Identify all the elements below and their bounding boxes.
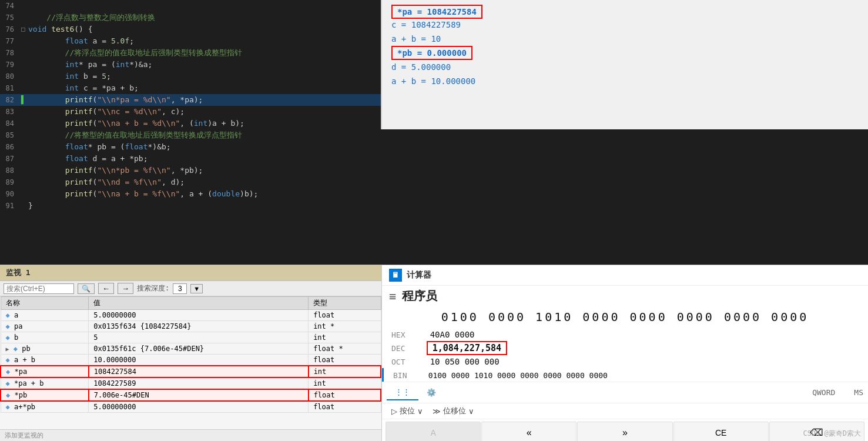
back-btn[interactable]: ← <box>98 283 114 294</box>
watch-title: 监视 1 <box>0 265 381 281</box>
bin-row: BIN 0100 0000 1010 0000 0000 0000 0000 0… <box>382 368 868 382</box>
hex-row: HEX 40A0 0000 <box>382 328 868 341</box>
watch-toolbar: 🔍 ← → 搜索深度: ▼ <box>0 281 381 296</box>
calc-mode-header: ≡ 程序员 <box>382 286 868 306</box>
code-line-77: 77 float a = 5.0f; <box>0 35 382 47</box>
code-line-82: 82 ▌ printf("\\n*pa = %d\\n", *pa); <box>0 94 382 106</box>
calc-op-row: ▷ 按位 ∨ ≫ 位移位 ∨ <box>382 403 868 419</box>
bitwise-btn[interactable]: ▷ 按位 ∨ <box>391 406 423 416</box>
calc-mode-buttons: ⋮⋮ ⚙️ QWORD MS <box>382 382 868 403</box>
output-line-3: a + b = 10 <box>391 32 859 46</box>
dec-row: DEC 1,084,227,584 <box>382 341 868 355</box>
ms-label: MS <box>854 388 863 397</box>
output-panel: *pa = 1084227584 c = 1084227589 a + b = … <box>381 0 868 129</box>
code-line-76: 76 □ void test6() { <box>0 24 382 35</box>
col-value: 值 <box>89 297 309 310</box>
code-editor: 74 75 //浮点数与整数之间的强制转换 76 □ void test6() … <box>0 0 382 265</box>
code-line-83: 83 printf("\\nc = %d\\n", c); <box>0 106 382 118</box>
code-line-88: 88 printf("\\n*pb = %f\\n", *pb); <box>0 165 382 176</box>
chevron-down-icon: ∨ <box>417 407 423 416</box>
code-line-89: 89 printf("\\nd = %f\\n", d); <box>0 176 382 188</box>
csdn-watermark: CSDN @蒙奇D索大 <box>803 429 861 439</box>
depth-input[interactable] <box>173 283 187 294</box>
bitwise-mode-btn[interactable]: ⋮⋮ <box>387 385 418 400</box>
output-line-2: c = 1084227589 <box>391 18 859 32</box>
watch-row-star-pa: ◆ *pa 1084227584 int <box>1 366 381 377</box>
watch-table: 名称 值 类型 ◆ a 5.00000000 float ◆ pa <box>0 296 381 429</box>
watch-row-pb: ▶ ◆ pb 0x0135f61c {7.006e-45#DEN} float … <box>1 343 381 355</box>
watch-row-pa: ◆ pa 0x0135f634 {1084227584} int * <box>1 321 381 332</box>
bin-label: BIN <box>393 371 417 380</box>
byte-mode-btn[interactable]: ⚙️ <box>418 385 444 400</box>
shift-icon: ≫ <box>433 407 441 416</box>
watch-row-b: ◆ b 5 int <box>1 332 381 343</box>
watch-add-label: 添加更监视的 <box>0 429 381 441</box>
calc-btn-A[interactable]: A <box>386 422 481 441</box>
depth-label: 搜索深度: <box>137 283 169 293</box>
calculator-panel: 🖩 计算器 ≡ 程序员 0100 0000 1010 0000 0000 000… <box>382 265 868 441</box>
output-pa-highlighted: *pa = 1084227584 <box>391 5 482 19</box>
code-line-90: 90 printf("\\na + b = %f\\n", a + (doubl… <box>0 188 382 200</box>
hex-value: 40A0 0000 <box>430 330 475 339</box>
forward-btn[interactable]: → <box>118 283 133 294</box>
code-line-80: 80 int b = 5; <box>0 71 382 82</box>
col-type: 类型 <box>309 297 381 310</box>
hex-label: HEX <box>391 330 415 339</box>
dec-label: DEC <box>391 344 415 353</box>
bitwise-icon: ▷ <box>391 407 397 416</box>
output-line-4: *pb = 0.000000 <box>391 46 859 60</box>
calc-mode-title: 程序员 <box>402 288 437 304</box>
dec-value-highlighted: 1,084,227,584 <box>427 341 507 355</box>
watch-row-star-pb: ◆ *pb 7.006e-45#DEN float <box>1 389 381 401</box>
binary-display: 0100 0000 1010 0000 0000 0000 0000 0000 <box>382 306 868 328</box>
depth-dropdown-btn[interactable]: ▼ <box>190 284 203 293</box>
calc-btn-rshift[interactable]: » <box>577 422 672 441</box>
code-line-91: 91 } <box>0 200 382 212</box>
shift-btn[interactable]: ≫ 位移位 ∨ <box>433 406 474 416</box>
code-line-84: 84 printf("\\na + b = %d\\n", (int)a + b… <box>0 118 382 129</box>
code-line-81: 81 int c = *pa + b; <box>0 82 382 94</box>
calc-header: 🖩 计算器 <box>382 265 868 286</box>
watch-row-a: ◆ a 5.00000000 float <box>1 310 381 321</box>
watch-row-aplusb: ◆ a + b 10.0000000 float <box>1 355 381 366</box>
hamburger-menu-icon[interactable]: ≡ <box>389 289 396 303</box>
oct-value: 10 050 000 000 <box>430 357 500 366</box>
code-line-87: 87 float d = a + *pb; <box>0 153 382 165</box>
calc-window-title: 计算器 <box>407 270 431 280</box>
bin-value: 0100 0000 1010 0000 0000 0000 0000 0000 <box>428 371 608 380</box>
watch-panel: 监视 1 🔍 ← → 搜索深度: ▼ 名称 值 类型 <box>0 265 382 441</box>
output-line-6: a + b = 10.000000 <box>391 74 859 88</box>
qword-label: QWORD <box>812 388 835 397</box>
code-line-75: 75 //浮点数与整数之间的强制转换 <box>0 12 382 24</box>
search-icon-btn[interactable]: 🔍 <box>78 283 95 294</box>
watch-row-star-pa-plus-b: ◆ *pa + b 1084227589 int <box>1 377 381 389</box>
chevron-down-icon2: ∨ <box>468 407 474 416</box>
oct-row: OCT 10 050 000 000 <box>382 355 868 368</box>
code-line-85: 85 //将整型的值在取地址后强制类型转换成浮点型指针 <box>0 129 382 141</box>
watch-row-a-plus-star-pb: ◆ a+*pb 5.00000000 float <box>1 401 381 413</box>
calc-app-icon: 🖩 <box>389 269 402 282</box>
calc-button-grid: A « » CE ⌫ B ( ) % ÷ C 7 8 9 × D 4 5 <box>382 419 868 441</box>
code-line-78: 78 //将浮点型的值在取地址后强制类型转换成整型指针 <box>0 47 382 59</box>
calc-btn-CE[interactable]: CE <box>673 422 769 441</box>
output-pb-highlighted: *pb = 0.000000 <box>391 46 472 60</box>
col-name: 名称 <box>1 297 89 310</box>
bottom-area: 监视 1 🔍 ← → 搜索深度: ▼ 名称 值 类型 <box>0 265 868 441</box>
code-line-86: 86 float* pb = (float*)&b; <box>0 141 382 153</box>
search-input[interactable] <box>4 283 74 294</box>
calc-btn-lshift[interactable]: « <box>481 422 577 441</box>
code-line-79: 79 int* pa = (int*)&a; <box>0 59 382 71</box>
output-line-1: *pa = 1084227584 <box>391 6 859 18</box>
code-line-74: 74 <box>0 0 382 12</box>
output-line-5: d = 5.000000 <box>391 60 859 74</box>
oct-label: OCT <box>391 358 415 366</box>
